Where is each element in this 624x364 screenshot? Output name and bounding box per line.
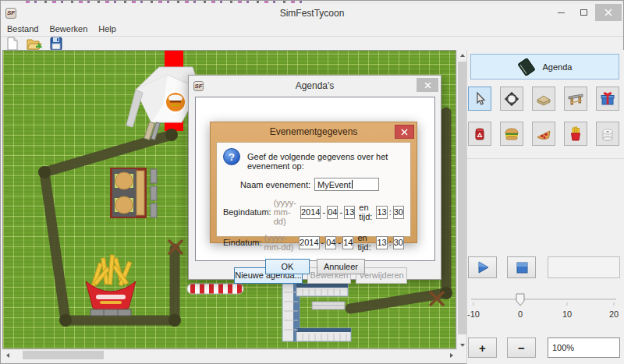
window-controls bbox=[550, 4, 622, 21]
spotlight-icon bbox=[503, 90, 520, 108]
end-date-label: Eindatum: bbox=[223, 238, 262, 247]
cancel-button[interactable]: Annuleer bbox=[317, 259, 365, 274]
maximize-icon bbox=[580, 9, 587, 16]
event-prompt: Geef de volgende gegevens over het evene… bbox=[247, 152, 407, 171]
agendas-dialog-titlebar: SF Agenda's bbox=[189, 76, 441, 96]
play-icon bbox=[475, 260, 491, 275]
map-vertical-scrollbar[interactable] bbox=[456, 50, 466, 350]
event-name-label: Naam evenement: bbox=[240, 180, 310, 189]
tool-gift[interactable] bbox=[596, 87, 619, 111]
date-separator: - bbox=[322, 207, 325, 217]
sidebar: Agenda bbox=[466, 50, 624, 364]
stop-icon bbox=[514, 260, 530, 275]
zoom-level-field[interactable]: 100% bbox=[548, 337, 620, 358]
horizontal-scroll-thumb[interactable] bbox=[23, 351, 104, 359]
cursor-icon bbox=[471, 90, 488, 108]
start-day-input[interactable]: 13 bbox=[344, 206, 355, 219]
event-name-value: MyEvent bbox=[317, 180, 351, 189]
event-dialog-title: Evenementgegevens bbox=[211, 122, 417, 142]
tool-stage-floor[interactable] bbox=[532, 87, 555, 111]
menu-bewerken[interactable]: Bewerken bbox=[49, 22, 94, 36]
slider-thumb[interactable] bbox=[516, 294, 524, 306]
title-bar: SF SimFestTycoon bbox=[1, 4, 623, 22]
barrel-barrier bbox=[282, 284, 351, 341]
tool-burger[interactable] bbox=[500, 122, 523, 146]
start-year-input[interactable]: 2014 bbox=[300, 206, 321, 219]
agendas-dialog-close-button[interactable] bbox=[417, 78, 438, 92]
slider-tick-10: 10 bbox=[562, 309, 572, 319]
start-month-input[interactable]: 04 bbox=[327, 206, 338, 219]
map-horizontal-scrollbar[interactable] bbox=[2, 349, 456, 359]
event-name-input[interactable]: MyEvent bbox=[314, 178, 379, 191]
event-dialog-content: ? Geef de volgende gegevens over het eve… bbox=[216, 142, 411, 237]
tool-stage-frame[interactable] bbox=[564, 87, 587, 111]
save-button[interactable] bbox=[48, 37, 65, 50]
new-file-button[interactable] bbox=[4, 37, 21, 50]
close-icon bbox=[604, 9, 612, 16]
end-year-input[interactable]: 2014 bbox=[299, 236, 319, 249]
open-file-button[interactable] bbox=[26, 37, 43, 50]
event-data-dialog: Evenementgegevens ? Geef de volgende geg… bbox=[210, 122, 417, 243]
maximize-button[interactable] bbox=[573, 4, 595, 21]
close-button[interactable] bbox=[595, 4, 622, 21]
benches bbox=[151, 169, 157, 217]
start-minute-input[interactable]: 30 bbox=[393, 206, 404, 219]
zoom-out-button[interactable]: − bbox=[507, 337, 536, 358]
time-label: en tijd: bbox=[357, 233, 372, 252]
date-separator: - bbox=[339, 207, 342, 217]
time-display-panel bbox=[548, 256, 620, 278]
fries-icon bbox=[567, 125, 584, 143]
app-window: SF SimFestTycoon Bestand Bewerken Help bbox=[0, 0, 624, 364]
toolbar bbox=[2, 37, 65, 50]
end-hour-input[interactable]: 13 bbox=[376, 236, 387, 249]
start-hour-input[interactable]: 13 bbox=[376, 206, 387, 219]
event-dialog-close-button[interactable] bbox=[395, 125, 414, 139]
start-date-label: Begindatum: bbox=[223, 207, 271, 217]
window-title: SimFestTycoon bbox=[1, 8, 623, 19]
speed-slider[interactable] bbox=[470, 293, 619, 313]
toilet-paper-icon bbox=[599, 125, 616, 143]
open-folder-icon bbox=[27, 37, 42, 51]
trash-can-icon bbox=[471, 125, 488, 143]
end-day-input[interactable]: 14 bbox=[342, 236, 353, 249]
tool-trash-can[interactable] bbox=[468, 122, 491, 146]
fries-stand bbox=[86, 255, 136, 316]
date-separator: - bbox=[321, 238, 324, 247]
tool-pizza[interactable] bbox=[532, 122, 555, 146]
tool-select[interactable] bbox=[468, 87, 491, 111]
menu-bar: Bestand Bewerken Help bbox=[1, 22, 623, 37]
tool-fries[interactable] bbox=[564, 122, 587, 146]
menu-bestand[interactable]: Bestand bbox=[7, 22, 44, 36]
slider-tick-minus10: -10 bbox=[467, 309, 480, 319]
time-separator: : bbox=[389, 207, 392, 217]
menu-help[interactable]: Help bbox=[98, 22, 122, 36]
help-icon: ? bbox=[223, 148, 240, 165]
ok-button[interactable]: OK bbox=[265, 259, 310, 274]
agenda-book-icon bbox=[518, 58, 535, 76]
minimize-button[interactable] bbox=[550, 4, 573, 21]
tool-spotlight[interactable] bbox=[500, 87, 523, 111]
play-button[interactable] bbox=[468, 256, 497, 278]
agenda-button[interactable]: Agenda bbox=[470, 54, 619, 80]
agendas-dialog-title: Agenda's bbox=[189, 80, 441, 91]
new-file-icon bbox=[5, 37, 20, 51]
scroll-left-icon[interactable] bbox=[2, 350, 12, 360]
burger-icon bbox=[503, 125, 520, 143]
stop-button[interactable] bbox=[507, 256, 536, 278]
vertical-scroll-thumb[interactable] bbox=[458, 62, 466, 334]
slider-tick-0: 0 bbox=[518, 309, 523, 319]
burger-stand bbox=[110, 168, 147, 218]
end-month-input[interactable]: 04 bbox=[325, 236, 336, 249]
stage-frame-icon bbox=[567, 90, 584, 108]
close-icon bbox=[401, 129, 408, 136]
scroll-right-icon[interactable] bbox=[446, 350, 456, 360]
zoom-in-button[interactable]: + bbox=[468, 337, 497, 358]
date-separator: - bbox=[338, 238, 341, 247]
end-minute-input[interactable]: 30 bbox=[393, 236, 404, 249]
tool-toilet-paper[interactable] bbox=[596, 122, 619, 146]
text-caret bbox=[352, 180, 353, 189]
sidebar-separator bbox=[467, 158, 624, 159]
stage-floor-icon bbox=[535, 90, 552, 108]
minimize-icon bbox=[558, 12, 565, 13]
date-format-hint: (yyyy-mm-dd) bbox=[274, 198, 296, 226]
